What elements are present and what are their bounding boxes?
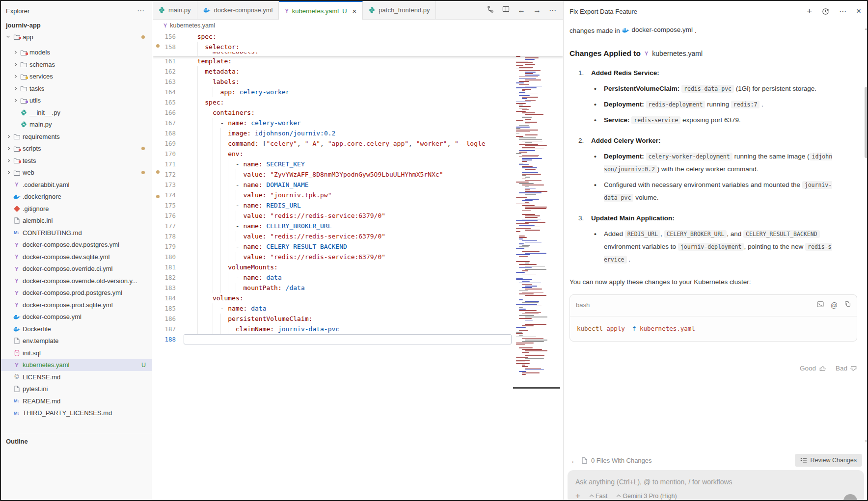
chat-input-box[interactable]: Ask anything (Ctrl+L), @ to mention, / f… bbox=[568, 470, 864, 501]
ellipsis-button[interactable]: ⋯ bbox=[549, 6, 556, 15]
panel-scrollbar[interactable] bbox=[865, 87, 868, 158]
sticky-scroll: 156spec:158selector:matchLabels: bbox=[153, 31, 563, 56]
code-line-181: 181volumeMounts: bbox=[153, 262, 563, 272]
tree-item-services[interactable]: services bbox=[1, 71, 152, 83]
panel-more-icon[interactable]: ⋯ bbox=[839, 7, 846, 16]
tree-item-pytest.ini[interactable]: pytest.ini bbox=[1, 383, 152, 396]
run-in-terminal-button[interactable] bbox=[817, 299, 824, 312]
code-line-174: 174value: "journiv.tpk.pw" bbox=[153, 190, 563, 200]
scroll-down-icon[interactable]: ▼ bbox=[864, 439, 868, 444]
history-icon[interactable] bbox=[822, 8, 829, 15]
tree-item-docker-compose.override.old-version.y...[interactable]: Ydocker-compose.override.old-version.y..… bbox=[1, 275, 152, 287]
chat-header: Fix Export Data Feature + ⋯ × bbox=[564, 1, 868, 22]
chat-messages[interactable]: changes made in docker-compose.yml .Chan… bbox=[564, 22, 865, 449]
tree-item-env.template[interactable]: env.template bbox=[1, 335, 152, 347]
tree-item-Dockerfile[interactable]: Dockerfile bbox=[1, 323, 152, 335]
code-line-182: 182- name: data bbox=[153, 272, 563, 283]
code-editor[interactable]: 156spec:158selector:matchLabels: 161temp… bbox=[153, 31, 563, 500]
tree-item-init.sql[interactable]: init.sql bbox=[1, 347, 152, 359]
tree-item-docker-compose.dev.postgres.yml[interactable]: Ydocker-compose.dev.postgres.yml bbox=[1, 239, 152, 251]
folder-icon bbox=[19, 85, 28, 91]
tree-item-main.py[interactable]: main.py bbox=[1, 119, 152, 131]
tab-main.py[interactable]: main.py bbox=[153, 1, 197, 19]
code-line-184: 184volumes: bbox=[153, 293, 563, 303]
tree-item-requirements[interactable]: requirements bbox=[1, 131, 152, 143]
inline-code: journiv-data-pvc bbox=[604, 181, 832, 202]
tree-item-schemas[interactable]: schemas bbox=[1, 58, 152, 71]
tree-item-CONTRIBUTING.md[interactable]: M↓CONTRIBUTING.md bbox=[1, 227, 152, 239]
bad-button[interactable]: Bad bbox=[836, 362, 857, 375]
chevron-right-icon bbox=[4, 159, 12, 162]
docker-icon bbox=[13, 326, 21, 332]
yaml-icon: Y bbox=[15, 362, 18, 368]
tab-kubernetes.yaml[interactable]: Ykubernetes.yamlU× bbox=[279, 1, 363, 20]
tree-item-__init__.py[interactable]: __init__.py bbox=[1, 106, 152, 119]
arrow-left-button[interactable]: ← bbox=[517, 6, 525, 15]
project-root-label[interactable]: journiv-app bbox=[1, 18, 152, 31]
tree-item-.dockerignore[interactable]: .dockerignore bbox=[1, 191, 152, 203]
code-line-163: 163labels: bbox=[153, 77, 563, 87]
arrow-right-button[interactable]: → bbox=[533, 6, 541, 15]
tree-item-docker-compose.override.ci.yml[interactable]: Ydocker-compose.override.ci.yml bbox=[1, 263, 152, 275]
good-button[interactable]: Good bbox=[800, 362, 826, 375]
gutter-marker-icon bbox=[156, 44, 160, 48]
inline-code: CELERY_BROKER_URL bbox=[664, 230, 727, 238]
file-reference[interactable]: docker-compose.yml bbox=[622, 24, 693, 36]
tree-item-tests[interactable]: tests bbox=[1, 155, 152, 167]
tree-item-utils[interactable]: utils bbox=[1, 95, 152, 107]
tree-item-app[interactable]: app bbox=[1, 31, 152, 43]
inline-code: CELERY_RESULT_BACKEND bbox=[743, 230, 819, 238]
breadcrumb[interactable]: Y kubernetes.yaml bbox=[153, 20, 563, 31]
tree-item-THIRD_PARTY_LICENSES.md[interactable]: M↓THIRD_PARTY_LICENSES.md bbox=[1, 407, 152, 420]
close-panel-icon[interactable]: × bbox=[856, 6, 861, 16]
folder-icon bbox=[12, 34, 22, 40]
tree-item-tasks[interactable]: tasks bbox=[1, 82, 152, 95]
inline-code: redis:7 bbox=[731, 101, 760, 108]
horizontal-scrollbar[interactable] bbox=[513, 387, 560, 389]
yaml-icon: Y bbox=[15, 254, 18, 260]
tree-item-models[interactable]: models bbox=[1, 47, 152, 59]
code-line-186: 186persistentVolumeClaim: bbox=[153, 314, 563, 324]
tree-item-alembic.ini[interactable]: alembic.ini bbox=[1, 215, 152, 227]
review-changes-button[interactable]: Review Changes bbox=[795, 454, 863, 467]
tree-item-.coderabbit.yaml[interactable]: Y.coderabbit.yaml bbox=[1, 179, 152, 191]
scroll-up-icon[interactable]: ▲ bbox=[864, 26, 868, 31]
tree-item-LICENSE.md[interactable]: ©LICENSE.md bbox=[1, 371, 152, 383]
explorer-more-icon[interactable]: ⋯ bbox=[137, 6, 145, 15]
tab-patch_frontend.py[interactable]: patch_frontend.py bbox=[363, 1, 436, 19]
back-icon[interactable]: ← bbox=[570, 456, 578, 465]
tree-item-docker-compose.dev.sqlite.yml[interactable]: Ydocker-compose.dev.sqlite.yml bbox=[1, 251, 152, 263]
tab-docker-compose.yml[interactable]: docker-compose.yml bbox=[197, 1, 279, 19]
gutter-marker-icon bbox=[156, 195, 160, 198]
mode-selector[interactable]: Fast bbox=[590, 493, 607, 500]
split-editor-button[interactable] bbox=[502, 5, 510, 15]
modified-dot-icon bbox=[141, 147, 145, 150]
tree-item-kubernetes.yaml[interactable]: Ykubernetes.yamlU bbox=[1, 359, 152, 371]
tree-item-README.md[interactable]: M↓README.md bbox=[1, 395, 152, 407]
tree-item-docker-compose.prod.postgres.yml[interactable]: Ydocker-compose.prod.postgres.yml bbox=[1, 287, 152, 299]
minimap[interactable] bbox=[515, 31, 551, 380]
tree-item-.gitignore[interactable]: .gitignore bbox=[1, 203, 152, 215]
tree-item-scripts[interactable]: scripts bbox=[1, 143, 152, 155]
tree-item-middleware[interactable]: middleware bbox=[1, 43, 152, 47]
copy-button[interactable] bbox=[844, 299, 851, 312]
arrow-right-icon: → bbox=[533, 6, 541, 15]
page-icon bbox=[14, 217, 20, 224]
tree-item-web[interactable]: web bbox=[1, 167, 152, 179]
tree-item-docker-compose.prod.sqlite.yml[interactable]: Ydocker-compose.prod.sqlite.yml bbox=[1, 299, 152, 311]
close-tab-icon[interactable]: × bbox=[353, 7, 357, 15]
new-chat-icon[interactable]: + bbox=[807, 6, 812, 17]
code-line-183: 183mountPath: /data bbox=[153, 283, 563, 293]
mention-button[interactable]: @ bbox=[831, 299, 838, 312]
model-selector[interactable]: Gemini 3 Pro (High) bbox=[617, 493, 677, 500]
outline-section[interactable]: Outline bbox=[1, 434, 152, 448]
code-line-169: 169command: ["celery", "-A", "app.core.c… bbox=[153, 138, 563, 149]
chat-title: Fix Export Data Feature bbox=[570, 8, 637, 15]
git-icon bbox=[15, 207, 19, 211]
attach-icon[interactable]: + bbox=[575, 491, 580, 501]
code-line-176: 176value: "redis://redis-service:6379/0" bbox=[153, 211, 563, 221]
git-compare-button[interactable] bbox=[487, 5, 494, 15]
tree-item-docker-compose.yml[interactable]: docker-compose.yml bbox=[1, 311, 152, 323]
at-icon: @ bbox=[831, 299, 838, 312]
yaml-icon: Y bbox=[15, 290, 18, 296]
